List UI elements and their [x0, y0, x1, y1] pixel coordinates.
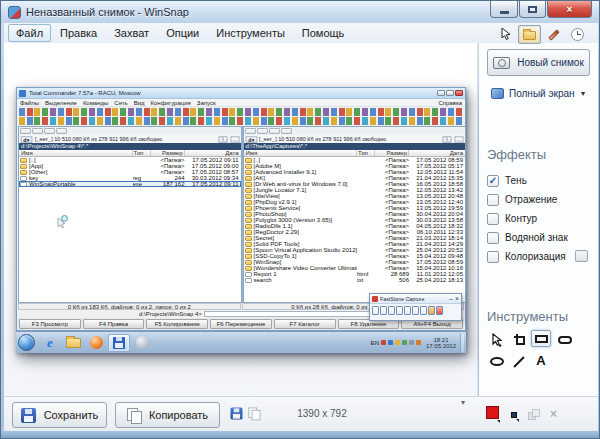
column-headers: Имя Тип Размер Дата [19, 150, 241, 157]
capture-mode-dropdown[interactable]: Полный экран ▼ [491, 85, 591, 101]
menu-item[interactable]: Опции [158, 24, 207, 42]
tc-menu-item: Конфигурация [151, 100, 191, 106]
language-indicator: EN [371, 340, 379, 346]
file-row: search txt 506 25.04.2012 18:13 [244, 277, 466, 283]
root-dir-button: \ [443, 136, 452, 142]
quick-save-icon[interactable] [231, 408, 243, 420]
file-icon [245, 230, 252, 235]
active-app-taskbar-icon [108, 334, 130, 352]
current-path-bar: d:\TheApp\Captures\*.* [244, 143, 466, 150]
zoom-dropdown-arrow[interactable]: ▾ [461, 398, 465, 407]
drive-combo-row: d▾ [_нет_] 10 510 080 Кб из 278 911 996 … [19, 135, 241, 143]
file-icon [245, 224, 252, 229]
ellipse-tool-button[interactable] [487, 353, 507, 370]
new-snapshot-label: Новый снимок [517, 57, 584, 68]
menu-item[interactable]: Правка [52, 24, 105, 42]
system-tray: EN 18:21 17.05.2012 [371, 334, 464, 352]
tc-menu-item: Выделение [45, 100, 77, 106]
chevron-down-icon: ▼ [580, 90, 587, 97]
checkbox[interactable] [487, 251, 499, 263]
menu-item[interactable]: Инструменты [208, 24, 293, 42]
minimize-button[interactable] [490, 1, 518, 18]
color-swatch[interactable] [486, 406, 499, 419]
edit-pencil-button[interactable] [542, 25, 565, 44]
captured-cursor-icon [56, 215, 68, 229]
new-snapshot-button[interactable]: Новый снимок [487, 49, 590, 76]
capture-folder-button[interactable] [518, 25, 541, 44]
effect-row[interactable]: Контур [487, 209, 591, 228]
file-icon [245, 182, 252, 187]
file-icon [20, 164, 27, 169]
tc-app-icon [19, 90, 26, 97]
file-icon [245, 248, 252, 253]
minimize-icon [500, 11, 509, 14]
rectangle-icon [535, 335, 548, 343]
screenshot-preview[interactable]: Total Commander 7.57a - RACU, Moscow Фай… [16, 87, 466, 353]
file-icon [245, 200, 252, 205]
quick-copy-icon[interactable] [248, 408, 259, 420]
file-row: WinSnapPortable exe 187 162 17.05.2012 0… [19, 181, 241, 187]
effect-label: Колоризация [505, 251, 566, 262]
rectangle-tool-button[interactable] [531, 330, 551, 347]
tc-toolbar-icons-row2 [19, 117, 463, 125]
ellipse-icon [490, 357, 504, 366]
file-icon [245, 176, 252, 181]
checkbox[interactable] [487, 175, 499, 187]
delete-drawing-icon[interactable]: × [550, 407, 557, 421]
text-tool-button[interactable]: A [531, 352, 551, 369]
bottom-bar: Сохранить Копировать 1390 x 792 ▾ × [4, 396, 598, 433]
line-tool-button[interactable] [509, 353, 529, 370]
history-clock-button[interactable] [566, 25, 589, 44]
select-tool-button[interactable] [487, 331, 507, 348]
floppy-icon [21, 408, 36, 423]
file-icon [245, 164, 252, 169]
fkey-button: F6 Перемещение [210, 319, 272, 329]
colorization-options-button[interactable] [575, 250, 588, 262]
file-icon [245, 188, 252, 193]
pointer-tool-button[interactable] [494, 25, 517, 44]
maximize-button[interactable] [519, 1, 546, 18]
close-button[interactable]: × [547, 1, 592, 18]
rounded-rect-tool-button[interactable] [555, 331, 575, 348]
clock-icon [571, 28, 584, 41]
copy-button[interactable]: Копировать [115, 402, 220, 428]
captured-taskbar: e EN 18:21 17.05.2012 [16, 331, 466, 353]
effect-label: Контур [505, 213, 537, 224]
file-icon [245, 272, 252, 277]
tc-help-item: Справка [438, 100, 462, 106]
menu-item[interactable]: Файл [8, 24, 51, 42]
window-controls: × [489, 1, 592, 18]
current-path-bar: d:\Projects\WinSnap 4\*.* [19, 143, 241, 150]
checkbox[interactable] [487, 213, 499, 225]
draw-style-controls: × [486, 405, 594, 427]
title-bar[interactable]: Неназванный снимок - WinSnap × [1, 1, 599, 23]
checkbox[interactable] [487, 194, 499, 206]
copy-pages-icon [127, 408, 141, 423]
drive-combo-row: d▾ [_нет_] 10 510 080 Кб из 278 911 996 … [244, 135, 466, 143]
save-label: Сохранить [44, 409, 99, 421]
fkey-button: F7 Каталог [274, 319, 336, 329]
save-button[interactable]: Сохранить [12, 402, 107, 428]
effect-row[interactable]: Тень [487, 171, 591, 190]
effect-row[interactable]: Отражение [487, 190, 591, 209]
tc-menu-bar: ФайлыВыделениеКомандыСетьВидКонфигурация… [17, 99, 465, 107]
tc-menu-item: Файлы [20, 100, 39, 106]
crop-tool-button[interactable] [509, 331, 529, 348]
line-width-swatch[interactable] [511, 412, 517, 418]
copy-style-icon[interactable] [528, 409, 543, 422]
checkbox[interactable] [487, 232, 499, 244]
drive-free-space-label: [_нет_] 10 510 080 Кб из 278 911 996 Кб … [259, 136, 425, 142]
file-icon [245, 236, 252, 241]
file-icon [245, 170, 252, 175]
effect-row[interactable]: Водяной знак [487, 228, 591, 247]
menu-item[interactable]: Захват [106, 24, 157, 42]
fkey-button: F4 Правка [83, 319, 145, 329]
media-player-taskbar-icon [85, 334, 107, 352]
file-icon [245, 254, 252, 259]
preview-canvas[interactable]: Total Commander 7.57a - RACU, Moscow Фай… [4, 43, 478, 396]
monitor-icon [491, 88, 504, 99]
tc-file-panels: d▾ [_нет_] 10 510 080 Кб из 278 911 996 … [18, 126, 466, 303]
tc-menu-item: Запуск [197, 100, 216, 106]
menu-item[interactable]: Помощь [294, 24, 353, 42]
camera-icon [493, 57, 510, 69]
